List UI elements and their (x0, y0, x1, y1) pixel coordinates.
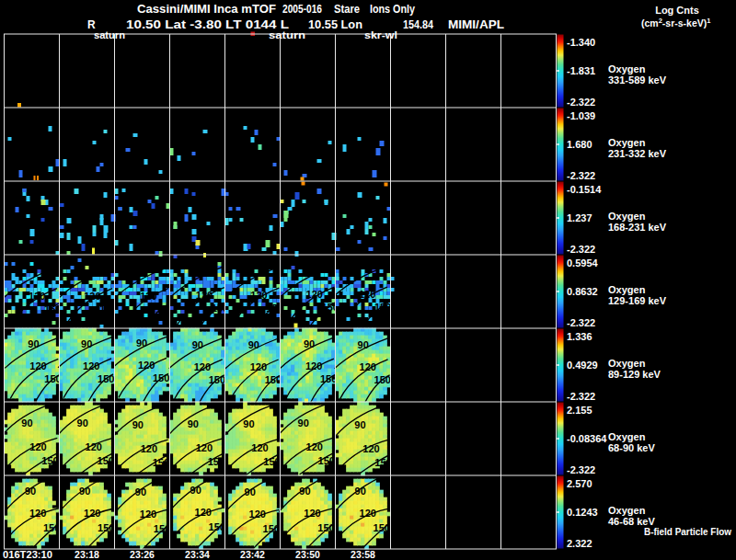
svg-text:-2.322: -2.322 (567, 97, 595, 108)
svg-text:90: 90 (245, 486, 256, 497)
svg-text:Ions Only: Ions Only (370, 3, 415, 16)
svg-text:150: 150 (208, 456, 224, 467)
svg-text:120: 120 (83, 360, 99, 371)
svg-text:150: 150 (98, 522, 114, 533)
svg-text:120: 120 (304, 508, 320, 519)
svg-text:23:58: 23:58 (351, 549, 375, 560)
svg-text:68-90 keV: 68-90 keV (608, 442, 655, 453)
svg-text:168-231 keV: 168-231 keV (608, 222, 667, 233)
svg-text:90: 90 (192, 339, 203, 350)
svg-text:120: 120 (138, 360, 155, 371)
svg-text:Oxygen: Oxygen (608, 137, 646, 148)
svg-text:90: 90 (355, 486, 366, 497)
svg-text:Oxygen: Oxygen (608, 431, 646, 442)
svg-text:0.8632: 0.8632 (567, 286, 598, 297)
svg-text:90: 90 (358, 339, 369, 350)
svg-text:Oxygen: Oxygen (608, 505, 646, 516)
svg-text:Cassini/MIMI Inca mTOF: Cassini/MIMI Inca mTOF (137, 3, 276, 16)
svg-text:46-68 keV: 46-68 keV (608, 516, 655, 527)
svg-text:150: 150 (154, 523, 170, 534)
svg-text:2.570: 2.570 (567, 478, 592, 489)
svg-text:-2.322: -2.322 (567, 244, 595, 255)
svg-text:016T23:10: 016T23:10 (3, 549, 52, 560)
svg-text:90: 90 (77, 417, 88, 429)
svg-text:Stare: Stare (334, 3, 360, 16)
svg-text:-1.831: -1.831 (567, 65, 595, 76)
svg-text:120: 120 (29, 508, 46, 519)
svg-text:90: 90 (299, 486, 310, 497)
svg-text:129-169 keV: 129-169 keV (608, 295, 667, 306)
svg-text:120: 120 (29, 291, 45, 302)
svg-text:120: 120 (306, 441, 323, 452)
svg-text:0.1243: 0.1243 (567, 507, 598, 518)
svg-text:-2.322: -2.322 (567, 391, 595, 402)
svg-text:90: 90 (28, 338, 39, 349)
svg-text:89-129 keV: 89-129 keV (608, 369, 661, 380)
svg-text:120: 120 (360, 508, 376, 519)
svg-text:150: 150 (318, 455, 335, 466)
svg-text:150: 150 (44, 303, 61, 314)
svg-text:120: 120 (194, 361, 211, 372)
svg-text:10.50 Lat -3.80 LT 0144 L: 10.50 Lat -3.80 LT 0144 L (126, 18, 289, 31)
svg-text:Oxygen: Oxygen (608, 211, 646, 222)
svg-text:150: 150 (153, 457, 169, 468)
svg-text:Oxygen: Oxygen (608, 284, 646, 295)
svg-text:23:50: 23:50 (295, 549, 320, 560)
svg-text:-1.039: -1.039 (567, 110, 595, 121)
svg-text:Oxygen: Oxygen (608, 63, 646, 74)
svg-text:90: 90 (135, 486, 146, 497)
svg-text:90: 90 (79, 486, 90, 497)
svg-text:150: 150 (317, 522, 334, 533)
svg-text:150: 150 (374, 374, 391, 385)
svg-text:120: 120 (362, 443, 379, 454)
svg-text:skr-wl: skr-wl (364, 29, 397, 40)
svg-text:120: 120 (195, 507, 212, 518)
svg-text:120: 120 (140, 509, 156, 520)
svg-text:231-332 keV: 231-332 keV (608, 148, 667, 159)
svg-text:1.336: 1.336 (567, 331, 592, 342)
svg-text:2005-016: 2005-016 (282, 3, 322, 16)
svg-text:120: 120 (84, 291, 100, 302)
svg-text:Oxygen: Oxygen (608, 358, 646, 369)
svg-text:Log Cnts: Log Cnts (655, 5, 699, 16)
svg-text:-2.322: -2.322 (567, 317, 595, 328)
svg-text:23:42: 23:42 (240, 549, 265, 560)
svg-text:90: 90 (132, 419, 144, 430)
svg-text:0.5954: 0.5954 (567, 257, 599, 269)
svg-text:MIMI/APL: MIMI/APL (448, 18, 504, 31)
svg-text:150: 150 (209, 521, 225, 532)
svg-text:1.680: 1.680 (567, 139, 592, 150)
svg-text:(cm2-sr-s-keV)1: (cm2-sr-s-keV)1 (641, 17, 710, 29)
svg-text:90: 90 (190, 485, 201, 496)
svg-text:-2.322: -2.322 (567, 464, 595, 475)
svg-text:23:34: 23:34 (185, 549, 210, 560)
svg-text:120: 120 (196, 442, 213, 453)
svg-text:120: 120 (251, 442, 268, 453)
svg-text:90: 90 (298, 417, 309, 429)
svg-text:90: 90 (25, 486, 36, 497)
svg-text:150: 150 (265, 374, 282, 385)
svg-text:150: 150 (98, 455, 114, 466)
svg-text:90: 90 (248, 339, 259, 350)
svg-text:0.4929: 0.4929 (567, 360, 598, 371)
svg-text:120: 120 (196, 290, 213, 301)
svg-text:90: 90 (188, 418, 199, 429)
svg-text:10.55 Lon: 10.55 Lon (308, 18, 362, 31)
svg-text:120: 120 (359, 289, 375, 300)
svg-text:150: 150 (263, 456, 280, 467)
svg-text:150: 150 (44, 373, 61, 384)
svg-text:120: 120 (140, 291, 156, 302)
svg-text:150: 150 (43, 522, 60, 533)
svg-text:120: 120 (306, 289, 323, 300)
svg-text:331-589 keV: 331-589 keV (608, 74, 667, 86)
svg-text:120: 120 (29, 441, 46, 452)
svg-text:154.84: 154.84 (403, 18, 433, 31)
svg-text:150: 150 (99, 303, 116, 314)
svg-text:150: 150 (209, 374, 225, 385)
svg-text:2.155: 2.155 (567, 405, 592, 416)
svg-text:90: 90 (136, 337, 147, 349)
svg-text:23:26: 23:26 (130, 549, 155, 560)
svg-text:120: 120 (249, 509, 266, 520)
svg-text:120: 120 (250, 290, 267, 301)
svg-text:2.322: 2.322 (567, 538, 592, 549)
